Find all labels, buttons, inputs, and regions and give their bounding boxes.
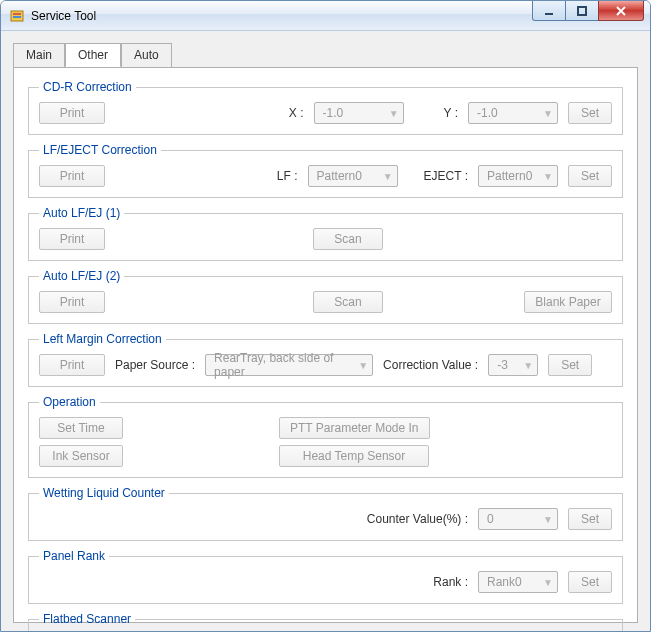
tab-auto[interactable]: Auto	[121, 43, 172, 67]
leftmargin-src-label: Paper Source :	[115, 358, 195, 372]
tab-main[interactable]: Main	[13, 43, 65, 67]
lfej-lf-dropdown[interactable]: Pattern0▼	[308, 165, 398, 187]
lfej-lf-label: LF :	[277, 169, 298, 183]
close-button[interactable]	[598, 1, 644, 21]
lfej-print-button[interactable]: Print	[39, 165, 105, 187]
group-lfej-legend: LF/EJECT Correction	[39, 143, 161, 157]
group-panelrank-legend: Panel Rank	[39, 549, 109, 563]
group-cdr-legend: CD-R Correction	[39, 80, 136, 94]
window-title: Service Tool	[31, 9, 96, 23]
svg-rect-3	[545, 13, 553, 15]
lfej-eject-dropdown[interactable]: Pattern0▼	[478, 165, 558, 187]
leftmargin-src-dropdown[interactable]: RearTray, back side of paper▼	[205, 354, 373, 376]
chevron-down-icon: ▼	[543, 171, 553, 182]
group-lfej: LF/EJECT Correction Print LF : Pattern0▼…	[28, 143, 623, 198]
lfej-eject-label: EJECT :	[424, 169, 468, 183]
auto1-scan-button[interactable]: Scan	[313, 228, 383, 250]
tab-other[interactable]: Other	[65, 43, 121, 67]
leftmargin-cv-value: -3	[497, 358, 508, 372]
panelrank-set-button[interactable]: Set	[568, 571, 612, 593]
cdr-x-dropdown[interactable]: -1.0▼	[314, 102, 404, 124]
chevron-down-icon: ▼	[543, 514, 553, 525]
group-leftmargin: Left Margin Correction Print Paper Sourc…	[28, 332, 623, 387]
leftmargin-print-button[interactable]: Print	[39, 354, 105, 376]
group-auto1: Auto LF/EJ (1) Print Scan	[28, 206, 623, 261]
group-panelrank: Panel Rank Rank : Rank0▼ Set	[28, 549, 623, 604]
lfej-set-button[interactable]: Set	[568, 165, 612, 187]
cdr-y-dropdown[interactable]: -1.0▼	[468, 102, 558, 124]
auto2-print-button[interactable]: Print	[39, 291, 105, 313]
cdr-x-value: -1.0	[323, 106, 344, 120]
lfej-eject-value: Pattern0	[487, 169, 532, 183]
group-flatbed-legend: Flatbed Scanner	[39, 612, 135, 626]
cdr-y-label: Y :	[444, 106, 458, 120]
lfej-lf-value: Pattern0	[317, 169, 362, 183]
leftmargin-src-value: RearTray, back side of paper	[214, 351, 352, 379]
chevron-down-icon: ▼	[543, 108, 553, 119]
panelrank-value: Rank0	[487, 575, 522, 589]
group-auto2-legend: Auto LF/EJ (2)	[39, 269, 124, 283]
svg-rect-2	[13, 16, 21, 18]
cdr-y-value: -1.0	[477, 106, 498, 120]
tab-panel-other: CD-R Correction Print X : -1.0▼ Y : -1.0…	[13, 67, 638, 623]
client-area: Main Other Auto CD-R Correction Print X …	[1, 31, 650, 631]
auto2-scan-button[interactable]: Scan	[313, 291, 383, 313]
maximize-button[interactable]	[565, 1, 599, 21]
auto2-blank-button[interactable]: Blank Paper	[524, 291, 612, 313]
wetting-cv-label: Counter Value(%) :	[367, 512, 468, 526]
group-auto2: Auto LF/EJ (2) Print Scan Blank Paper	[28, 269, 623, 324]
window: Service Tool Main Other Auto CD-R Correc…	[0, 0, 651, 632]
titlebar: Service Tool	[1, 1, 650, 31]
chevron-down-icon: ▼	[389, 108, 399, 119]
leftmargin-set-button[interactable]: Set	[548, 354, 592, 376]
group-wetting-legend: Wetting Liquid Counter	[39, 486, 169, 500]
cdr-set-button[interactable]: Set	[568, 102, 612, 124]
panelrank-label: Rank :	[433, 575, 468, 589]
group-operation-legend: Operation	[39, 395, 100, 409]
panelrank-dropdown[interactable]: Rank0▼	[478, 571, 558, 593]
op-ink-button[interactable]: Ink Sensor	[39, 445, 123, 467]
group-operation: Operation Set Time PTT Parameter Mode In…	[28, 395, 623, 478]
group-wetting: Wetting Liquid Counter Counter Value(%) …	[28, 486, 623, 541]
chevron-down-icon: ▼	[523, 360, 533, 371]
wetting-cv-value: 0	[487, 512, 494, 526]
chevron-down-icon: ▼	[543, 577, 553, 588]
wetting-cv-dropdown[interactable]: 0▼	[478, 508, 558, 530]
leftmargin-cv-dropdown[interactable]: -3▼	[488, 354, 538, 376]
group-auto1-legend: Auto LF/EJ (1)	[39, 206, 124, 220]
chevron-down-icon: ▼	[383, 171, 393, 182]
cdr-print-button[interactable]: Print	[39, 102, 105, 124]
op-head-button[interactable]: Head Temp Sensor	[279, 445, 429, 467]
chevron-down-icon: ▼	[358, 360, 368, 371]
group-leftmargin-legend: Left Margin Correction	[39, 332, 166, 346]
wetting-set-button[interactable]: Set	[568, 508, 612, 530]
group-cdr: CD-R Correction Print X : -1.0▼ Y : -1.0…	[28, 80, 623, 135]
cdr-x-label: X :	[289, 106, 304, 120]
svg-rect-1	[13, 13, 21, 15]
minimize-button[interactable]	[532, 1, 566, 21]
svg-rect-4	[578, 7, 586, 15]
app-icon	[9, 8, 25, 24]
auto1-print-button[interactable]: Print	[39, 228, 105, 250]
group-flatbed: Flatbed Scanner Set	[28, 612, 623, 632]
op-ptt-button[interactable]: PTT Parameter Mode In	[279, 417, 430, 439]
op-settime-button[interactable]: Set Time	[39, 417, 123, 439]
tab-bar: Main Other Auto	[13, 43, 638, 68]
leftmargin-cv-label: Correction Value :	[383, 358, 478, 372]
